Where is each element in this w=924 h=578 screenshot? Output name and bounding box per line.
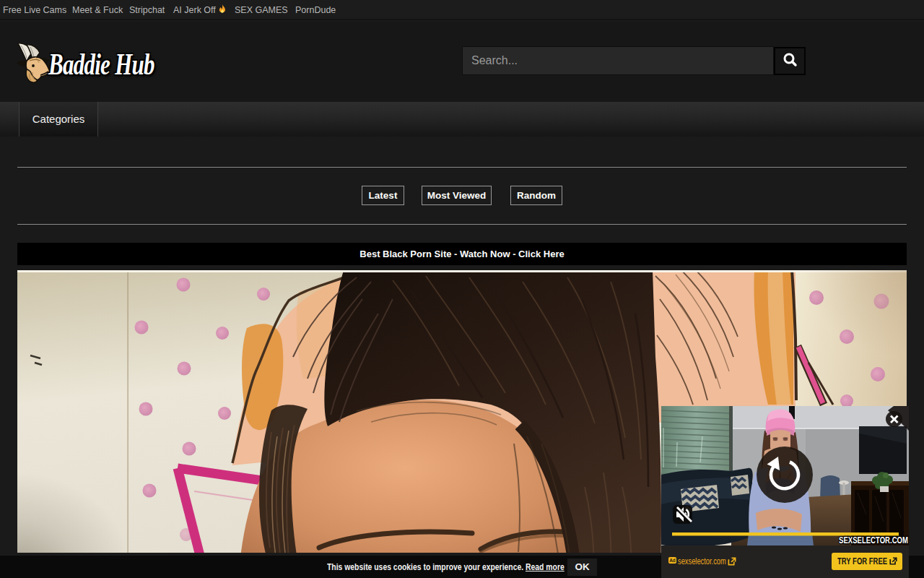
svg-text:SEXSELECTOR.COM: SEXSELECTOR.COM: [839, 535, 908, 545]
